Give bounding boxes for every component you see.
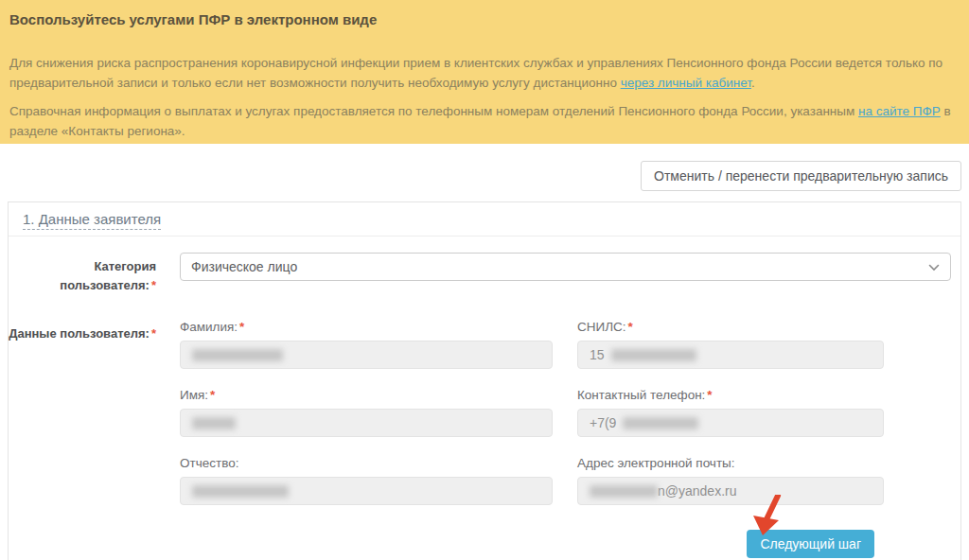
section-title-toggle[interactable]: 1. Данные заявителя [23,211,161,230]
personal-cabinet-link[interactable]: через личный кабинет [621,76,751,90]
required-asterisk: * [210,388,215,402]
middlename-field: Отчество: [180,456,553,505]
middlename-label: Отчество: [180,456,553,470]
banner-paragraph-1-text: Для снижения риска распространения корон… [9,56,943,90]
category-label: Категория пользователя:* [9,253,156,295]
email-label-text: Адрес электронной почты: [577,456,735,470]
firstname-label: Имя:* [180,388,553,402]
snils-field: СНИЛС:* 15 [577,320,884,369]
firstname-label-text: Имя: [180,388,208,402]
middlename-input[interactable] [180,477,553,505]
pfr-site-link[interactable]: на сайте ПФР [858,104,941,118]
snils-label-text: СНИЛС: [577,320,626,334]
middlename-label-text: Отчество: [180,456,238,470]
cancel-row: Отменить / перенести предварительную зап… [0,144,969,191]
email-label: Адрес электронной почты: [577,456,884,470]
userdata-label: Данные пользователя:* [9,320,156,558]
banner-title: Воспользуйтесь услугами ПФР в электронно… [9,11,960,27]
required-asterisk: * [628,320,633,334]
snils-label: СНИЛС:* [577,320,884,334]
banner-paragraph-2: Справочная информация о выплатах и услуг… [9,101,960,141]
fields-grid: Фамилия:* СНИЛС:* 15 Имя:* Контактный те… [180,320,884,505]
phone-visible-value: +7(9 [590,415,616,430]
phone-input[interactable]: +7(9 [577,409,884,437]
firstname-input[interactable] [180,409,553,437]
category-select-wrap: Физическое лицо [180,253,951,295]
redacted-value [192,349,283,361]
next-step-row: Следующий шаг [180,530,884,558]
phone-label-text: Контактный телефон: [577,388,705,402]
section-header: 1. Данные заявителя [9,202,960,236]
lastname-label: Фамилия:* [180,320,553,334]
lastname-field: Фамилия:* [180,320,553,369]
phone-label: Контактный телефон:* [577,388,884,402]
firstname-field: Имя:* [180,388,553,437]
userdata-fields: Фамилия:* СНИЛС:* 15 Имя:* Контактный те… [180,320,884,558]
applicant-data-panel: 1. Данные заявителя Категория пользовате… [8,201,961,560]
category-label-text: Категория пользователя: [60,259,156,292]
email-input[interactable]: n@yandex.ru [577,477,884,505]
applicant-form: Категория пользователя:* Физическое лицо… [9,236,960,560]
redacted-value [623,417,698,429]
redacted-value [192,417,236,429]
required-asterisk: * [151,326,156,341]
snils-input[interactable]: 15 [577,341,884,369]
user-category-select[interactable]: Физическое лицо [180,253,951,281]
userdata-row: Данные пользователя:* Фамилия:* СНИЛС:* … [9,320,960,558]
chevron-down-icon [928,259,940,274]
cancel-reschedule-button[interactable]: Отменить / перенести предварительную зап… [641,161,961,191]
required-asterisk: * [239,320,244,334]
userdata-label-text: Данные пользователя: [9,326,150,341]
user-category-selected-value: Физическое лицо [191,259,297,274]
redacted-value [611,349,696,361]
email-field: Адрес электронной почты: n@yandex.ru [577,456,884,505]
banner-paragraph-1: Для снижения риска распространения корон… [9,53,960,93]
banner-paragraph-2-text: Справочная информация о выплатах и услуг… [9,104,858,118]
email-visible-value: n@yandex.ru [658,483,736,499]
info-banner: Воспользуйтесь услугами ПФР в электронно… [0,0,969,144]
required-asterisk: * [707,388,712,402]
category-row: Категория пользователя:* Физическое лицо [9,253,960,295]
banner-paragraph-1-tail: . [751,76,755,90]
required-asterisk: * [151,278,156,292]
phone-field: Контактный телефон:* +7(9 [577,388,884,437]
next-step-button-wrap: Следующий шаг [747,530,874,558]
snils-visible-value: 15 [590,347,605,362]
redacted-value [192,485,289,498]
next-step-button[interactable]: Следующий шаг [747,530,874,558]
redacted-value [590,485,658,498]
lastname-input[interactable] [180,341,553,369]
lastname-label-text: Фамилия: [180,320,238,334]
